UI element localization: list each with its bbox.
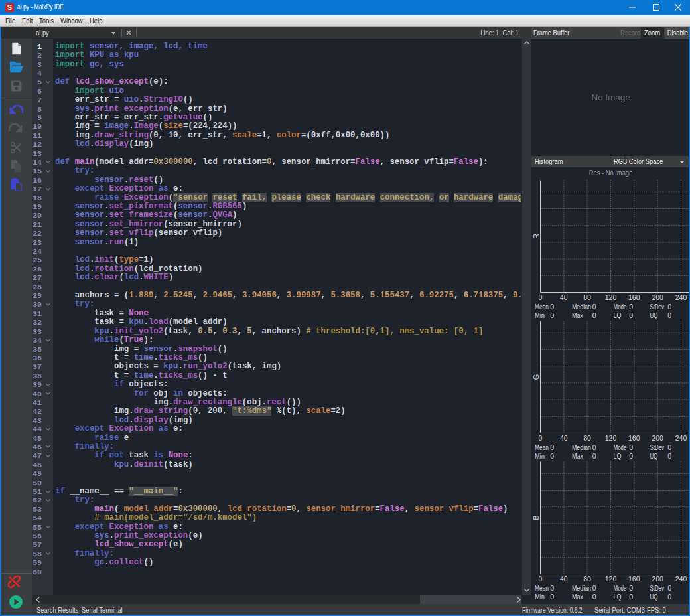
- svg-text:0: 0: [629, 452, 633, 460]
- svg-text:240: 240: [675, 575, 687, 583]
- svg-text:0: 0: [539, 293, 543, 301]
- svg-text:0: 0: [629, 311, 633, 319]
- svg-text:LQ: LQ: [614, 311, 622, 319]
- svg-text:Max: Max: [572, 452, 584, 460]
- svg-text:80: 80: [583, 434, 591, 442]
- svg-text:0: 0: [592, 311, 596, 319]
- svg-text:0: 0: [667, 452, 671, 460]
- svg-text:120: 120: [605, 434, 617, 442]
- svg-text:0: 0: [629, 303, 633, 311]
- svg-text:200: 200: [652, 293, 663, 301]
- svg-text:UQ: UQ: [650, 452, 658, 460]
- svg-text:200: 200: [652, 434, 663, 442]
- svg-text:0: 0: [550, 443, 554, 451]
- svg-text:40: 40: [560, 434, 568, 442]
- svg-text:G: G: [532, 374, 540, 380]
- svg-text:B: B: [532, 515, 540, 520]
- svg-text:LQ: LQ: [614, 593, 622, 601]
- svg-text:R: R: [532, 234, 540, 239]
- svg-text:UQ: UQ: [650, 311, 658, 319]
- svg-text:80: 80: [583, 575, 591, 583]
- svg-text:Mode: Mode: [614, 443, 627, 451]
- svg-text:0: 0: [667, 303, 671, 311]
- svg-text:0: 0: [550, 593, 554, 601]
- svg-text:UQ: UQ: [650, 593, 658, 601]
- svg-text:Mean: Mean: [535, 303, 549, 311]
- svg-text:0: 0: [592, 452, 596, 460]
- svg-text:Min: Min: [535, 311, 545, 319]
- svg-text:80: 80: [583, 293, 591, 301]
- svg-text:160: 160: [628, 434, 640, 442]
- svg-text:0: 0: [539, 575, 543, 583]
- svg-text:StDev: StDev: [650, 443, 665, 451]
- svg-text:0: 0: [629, 593, 633, 601]
- svg-text:200: 200: [652, 575, 663, 583]
- svg-text:Max: Max: [572, 311, 584, 319]
- svg-text:Median: Median: [572, 443, 591, 451]
- svg-text:0: 0: [550, 311, 554, 319]
- svg-text:0: 0: [629, 443, 633, 451]
- svg-text:Min: Min: [535, 593, 545, 601]
- svg-text:120: 120: [605, 575, 617, 583]
- svg-text:0: 0: [550, 584, 554, 592]
- svg-text:240: 240: [675, 293, 687, 301]
- svg-text:0: 0: [667, 584, 671, 592]
- svg-text:0: 0: [550, 452, 554, 460]
- svg-text:240: 240: [675, 434, 687, 442]
- svg-text:40: 40: [560, 575, 568, 583]
- svg-text:0: 0: [667, 593, 671, 601]
- svg-text:Mode: Mode: [614, 303, 627, 311]
- svg-text:StDev: StDev: [650, 584, 665, 592]
- svg-text:0: 0: [667, 443, 671, 451]
- svg-text:StDev: StDev: [650, 303, 665, 311]
- svg-text:120: 120: [605, 293, 617, 301]
- svg-text:LQ: LQ: [614, 452, 622, 460]
- svg-text:0: 0: [550, 303, 554, 311]
- svg-text:0: 0: [592, 584, 596, 592]
- svg-text:0: 0: [629, 584, 633, 592]
- svg-text:Mean: Mean: [535, 443, 549, 451]
- svg-text:0: 0: [592, 303, 596, 311]
- svg-text:Median: Median: [572, 303, 591, 311]
- svg-text:Median: Median: [572, 584, 591, 592]
- svg-text:0: 0: [667, 311, 671, 319]
- svg-text:Max: Max: [572, 593, 584, 601]
- svg-text:Mean: Mean: [535, 584, 549, 592]
- svg-text:0: 0: [592, 593, 596, 601]
- svg-text:Min: Min: [535, 452, 545, 460]
- svg-text:40: 40: [560, 293, 568, 301]
- svg-text:0: 0: [539, 434, 543, 442]
- svg-text:160: 160: [628, 293, 640, 301]
- svg-text:Mode: Mode: [614, 584, 627, 592]
- svg-text:160: 160: [628, 575, 640, 583]
- svg-text:0: 0: [592, 443, 596, 451]
